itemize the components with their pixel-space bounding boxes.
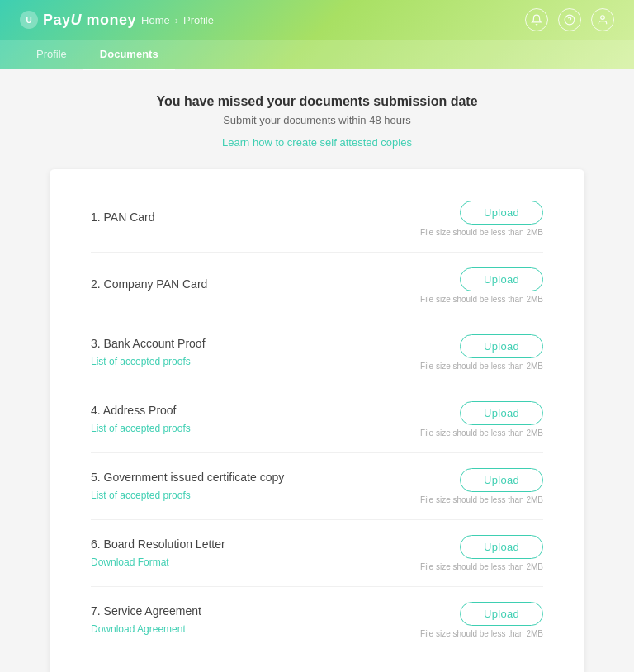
doc-upload-area-6: UploadFile size should be less than 2MB [420, 535, 543, 571]
doc-name-1: 1. PAN Card [91, 211, 420, 224]
doc-upload-area-2: UploadFile size should be less than 2MB [420, 267, 543, 304]
doc-info-2: 2. Company PAN Card [91, 277, 420, 294]
doc-row: 3. Bank Account ProofList of accepted pr… [91, 319, 543, 386]
header-top: U PayU money Home › Profile [0, 0, 634, 40]
doc-row: 5. Government issued certificate copyLis… [91, 453, 543, 520]
doc-upload-area-3: UploadFile size should be less than 2MB [420, 334, 543, 371]
file-hint-1: File size should be less than 2MB [420, 228, 543, 237]
doc-upload-area-4: UploadFile size should be less than 2MB [420, 401, 543, 438]
doc-rows: 1. PAN CardUploadFile size should be les… [91, 186, 543, 653]
doc-info-7: 7. Service AgreementDownload Agreement [91, 604, 420, 636]
doc-info-4: 4. Address ProofList of accepted proofs [91, 404, 420, 435]
alert-subtitle: Submit your documents within 48 hours [50, 114, 584, 126]
page-content: You have missed your documents submissio… [0, 69, 634, 672]
doc-row: 2. Company PAN CardUploadFile size shoul… [91, 253, 543, 319]
upload-button-1[interactable]: Upload [460, 201, 543, 225]
doc-sublink-7[interactable]: Download Agreement [91, 623, 186, 635]
file-hint-2: File size should be less than 2MB [420, 295, 543, 304]
upload-button-5[interactable]: Upload [460, 468, 543, 492]
doc-info-5: 5. Government issued certificate copyLis… [91, 471, 420, 502]
header-icons [525, 8, 614, 31]
doc-info-6: 6. Board Resolution LetterDownload Forma… [91, 537, 420, 569]
breadcrumb: Home › Profile [141, 14, 214, 26]
user-icon[interactable] [591, 8, 614, 31]
tab-documents[interactable]: Documents [83, 40, 175, 70]
doc-name-4: 4. Address Proof [91, 404, 420, 417]
file-hint-7: File size should be less than 2MB [420, 629, 543, 638]
doc-sublink-6[interactable]: Download Format [91, 556, 169, 568]
upload-button-4[interactable]: Upload [460, 401, 543, 425]
payu-logo-icon: U [20, 11, 38, 29]
doc-upload-area-7: UploadFile size should be less than 2MB [420, 602, 543, 638]
header: U PayU money Home › Profile [0, 0, 634, 69]
doc-sublink-3[interactable]: List of accepted proofs [91, 356, 191, 367]
upload-button-2[interactable]: Upload [460, 267, 543, 291]
file-hint-6: File size should be less than 2MB [420, 562, 543, 571]
doc-name-5: 5. Government issued certificate copy [91, 471, 420, 484]
doc-name-2: 2. Company PAN Card [91, 277, 420, 291]
doc-sublink-4[interactable]: List of accepted proofs [91, 423, 191, 434]
doc-row: 4. Address ProofList of accepted proofsU… [91, 386, 543, 453]
nav-tabs: Profile Documents [0, 40, 634, 69]
alert-title: You have missed your documents submissio… [50, 94, 584, 109]
help-icon[interactable] [558, 8, 581, 31]
doc-name-3: 3. Bank Account Proof [91, 337, 420, 350]
doc-row: 7. Service AgreementDownload AgreementUp… [91, 587, 543, 653]
doc-upload-area-1: UploadFile size should be less than 2MB [420, 201, 543, 237]
doc-name-6: 6. Board Resolution Letter [91, 537, 420, 551]
breadcrumb-separator: › [175, 14, 178, 26]
upload-button-6[interactable]: Upload [460, 535, 543, 559]
logo-area: U PayU money Home › Profile [20, 11, 214, 29]
upload-button-7[interactable]: Upload [460, 602, 543, 626]
self-attested-link[interactable]: Learn how to create self attested copies [222, 136, 412, 149]
documents-card: 1. PAN CardUploadFile size should be les… [50, 169, 584, 672]
breadcrumb-home[interactable]: Home [141, 14, 170, 26]
file-hint-4: File size should be less than 2MB [420, 428, 543, 438]
file-hint-5: File size should be less than 2MB [420, 495, 543, 504]
doc-row: 1. PAN CardUploadFile size should be les… [91, 186, 543, 253]
doc-row: 6. Board Resolution LetterDownload Forma… [91, 520, 543, 587]
doc-upload-area-5: UploadFile size should be less than 2MB [420, 468, 543, 504]
upload-button-3[interactable]: Upload [460, 334, 543, 358]
doc-name-7: 7. Service Agreement [91, 604, 420, 618]
doc-info-1: 1. PAN Card [91, 211, 420, 227]
logo-text: PayU money [43, 12, 136, 29]
tab-profile[interactable]: Profile [20, 40, 83, 70]
notification-icon[interactable] [525, 8, 548, 31]
breadcrumb-profile[interactable]: Profile [183, 14, 214, 26]
svg-point-2 [601, 16, 605, 20]
doc-info-3: 3. Bank Account ProofList of accepted pr… [91, 337, 420, 368]
alert-section: You have missed your documents submissio… [50, 94, 584, 149]
file-hint-3: File size should be less than 2MB [420, 362, 543, 371]
doc-sublink-5[interactable]: List of accepted proofs [91, 490, 191, 501]
